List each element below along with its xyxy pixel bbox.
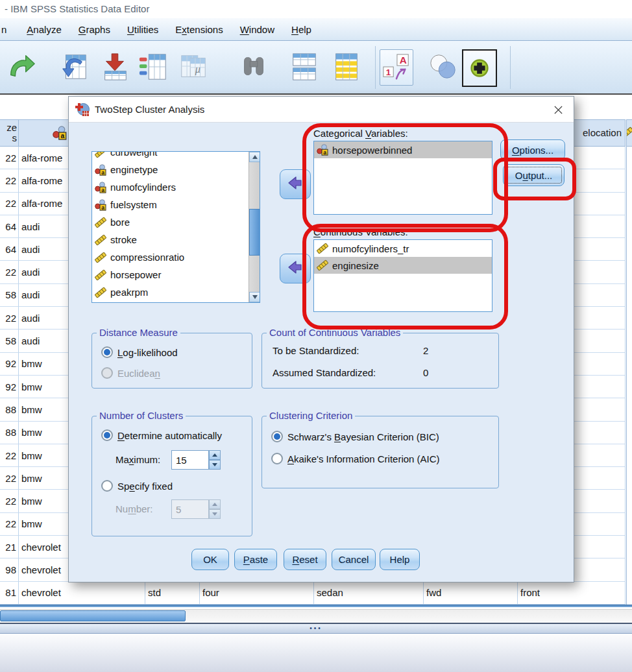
variable-item-bore[interactable]: bore (92, 213, 249, 231)
categorical-variables-list[interactable]: ahorsepowerbinned (313, 141, 492, 215)
menu-item-partial[interactable]: n (0, 24, 8, 35)
table-cell[interactable]: 21 (0, 536, 19, 558)
menu-item-utilities[interactable]: Utilities (119, 24, 167, 35)
table-cell[interactable]: 92 (0, 376, 19, 398)
radio-akaike-s-information-criterion-aic[interactable]: Akaike's Information Criterion (AIC) (271, 453, 440, 464)
menu-item-analyze[interactable]: Analyze (18, 24, 69, 35)
radio-button-icon[interactable] (101, 346, 113, 358)
value-labels-icon[interactable]: 1A (380, 49, 413, 86)
options-button[interactable]: Options... (500, 139, 565, 160)
list-scrollbar-thumb[interactable] (249, 209, 260, 256)
next-column-header[interactable] (627, 119, 632, 147)
radio-determine-automatically[interactable]: Determine automatically (101, 429, 222, 441)
ok-button[interactable]: OK (191, 549, 229, 570)
radio-log-likelihood[interactable]: Log-likelihood (101, 346, 178, 358)
scroll-down-icon[interactable] (249, 292, 260, 302)
table-cell[interactable]: 88 (0, 422, 19, 444)
table-cell[interactable]: 81 (0, 582, 19, 605)
continuous-variables-list[interactable]: numofcylinders_trenginesize (313, 239, 492, 312)
table-cell[interactable]: std (145, 582, 200, 605)
use-variable-sets-icon[interactable] (427, 49, 459, 84)
table-cell[interactable]: chevrolet (19, 582, 145, 605)
table-cell[interactable]: 58 (0, 284, 19, 307)
goto-case-icon[interactable] (99, 49, 131, 84)
paste-button[interactable]: Paste (234, 549, 277, 570)
nominal-icon: a (95, 164, 106, 176)
table-cell[interactable]: 22 (0, 444, 19, 467)
table-cell[interactable]: 22 (0, 307, 19, 330)
radio-button-icon (101, 367, 113, 379)
radio-button-icon[interactable] (271, 431, 283, 442)
variable-item-numofcylinders[interactable]: anumofcylinders (92, 178, 249, 196)
group-title: Number of Clusters (97, 410, 186, 421)
variable-item-enginesize[interactable]: enginesize (314, 257, 492, 274)
split-file-icon[interactable] (287, 49, 320, 84)
dialog-title-bar[interactable]: TwoStep Cluster Analysis (69, 97, 574, 123)
table-cell[interactable]: 22 (0, 467, 19, 490)
variable-item-numofcylinders_tr[interactable]: numofcylinders_tr (314, 240, 492, 257)
svg-text:1: 1 (386, 67, 391, 77)
cancel-button[interactable]: Cancel (332, 549, 376, 570)
menu-item-window[interactable]: Window (232, 24, 283, 35)
maximum-value[interactable]: 15 (171, 450, 209, 470)
table-cell[interactable]: 22 (0, 261, 19, 283)
column-header-label: elocation (583, 127, 622, 138)
table-cell[interactable]: 88 (0, 398, 19, 421)
table-cell[interactable]: fwd (424, 582, 518, 605)
reset-button[interactable]: Reset (284, 549, 326, 570)
variable-label: enginetype (110, 164, 158, 175)
variable-item-enginetype[interactable]: aenginetype (92, 161, 249, 178)
spin-up-icon[interactable] (209, 450, 221, 460)
source-variable-list[interactable]: curbweightaenginetypeanumofcylindersafue… (91, 151, 260, 303)
radio-button-icon[interactable] (271, 453, 283, 464)
radio-schwarz-s-bayesian-criterion-bic[interactable]: Schwarz's Bayesian Criterion (BIC) (271, 431, 439, 442)
select-cases-icon[interactable] (330, 49, 362, 84)
table-cell[interactable]: 58 (0, 330, 19, 352)
radio-specify-fixed[interactable]: Specify fixed (101, 480, 173, 492)
scroll-up-icon[interactable] (249, 152, 260, 162)
table-cell[interactable]: four (200, 582, 314, 605)
menu-item-graphs[interactable]: Graphs (70, 24, 119, 35)
table-cell[interactable]: sedan (314, 582, 424, 605)
descriptives-icon: μ (177, 49, 210, 84)
horizontal-scrollbar[interactable] (0, 609, 632, 623)
table-cell[interactable]: 92 (0, 353, 19, 376)
table-cell[interactable]: 22 (0, 169, 19, 192)
menu-item-extensions[interactable]: Extensions (167, 24, 231, 35)
radio-button-icon[interactable] (101, 480, 113, 492)
variables-icon[interactable] (137, 49, 169, 84)
table-cell[interactable]: 22 (0, 147, 19, 169)
menu-item-help[interactable]: Help (283, 24, 320, 35)
twostep-cluster-icon (75, 102, 90, 117)
table-cell[interactable]: 64 (0, 238, 19, 261)
redo-icon[interactable] (5, 49, 38, 84)
help-button[interactable]: Help (380, 549, 420, 570)
move-continuous-button[interactable] (280, 254, 311, 283)
column-header-partial[interactable]: ze s (0, 119, 19, 147)
table-cell[interactable]: 22 (0, 193, 19, 215)
maximum-spinner[interactable]: 15 (171, 450, 221, 470)
move-categorical-button[interactable] (280, 169, 311, 199)
variable-item-compressionratio[interactable]: compressionratio (92, 248, 249, 266)
horizontal-scrollbar-thumb[interactable] (0, 610, 186, 621)
table-cell[interactable]: 22 (0, 513, 19, 536)
variable-item-horsepower[interactable]: horsepower (92, 266, 249, 283)
table-cell[interactable]: 22 (0, 490, 19, 512)
table-cell[interactable]: front (518, 582, 626, 605)
table-cell[interactable]: 64 (0, 215, 19, 238)
table-cell[interactable]: 98 (0, 558, 19, 581)
output-button[interactable]: Output... (503, 164, 565, 186)
pane-splitter[interactable]: ••• (0, 624, 632, 634)
list-scrollbar[interactable] (249, 152, 260, 302)
spin-down-icon[interactable] (209, 460, 221, 470)
variable-item-curbweight[interactable]: curbweight (92, 151, 249, 161)
splitter-grip-icon: ••• (310, 627, 322, 630)
variable-item-peakrpm[interactable]: peakrpm (92, 283, 249, 301)
recall-dialogs-icon[interactable] (57, 49, 90, 84)
close-icon[interactable] (552, 103, 565, 116)
variable-item-fuelsystem[interactable]: afuelsystem (92, 196, 249, 213)
show-all-variables-icon[interactable] (462, 49, 497, 87)
variable-item-horsepowerbinned[interactable]: ahorsepowerbinned (314, 141, 492, 158)
radio-button-icon[interactable] (101, 429, 113, 441)
variable-item-stroke[interactable]: stroke (92, 231, 249, 248)
